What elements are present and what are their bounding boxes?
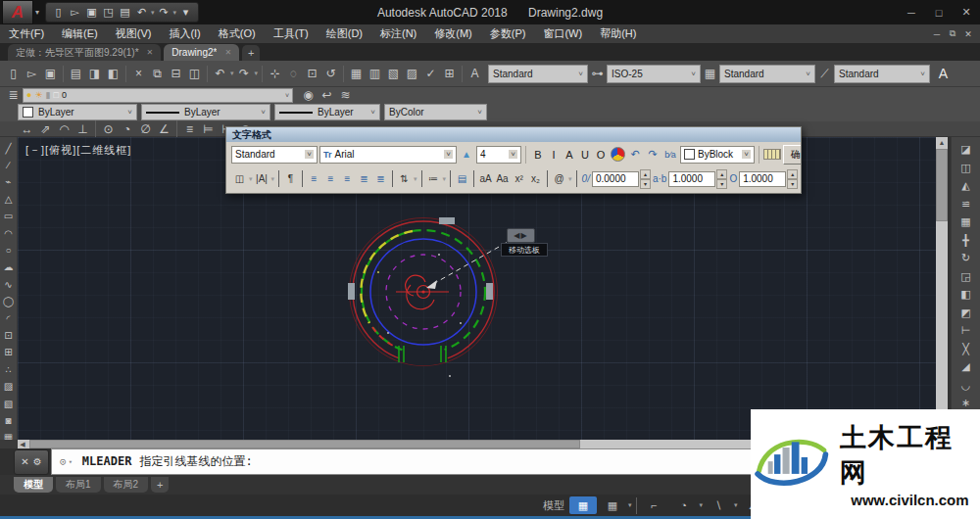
- tool-palettes-icon[interactable]: ▧: [384, 65, 403, 82]
- layer-states-icon[interactable]: ≋: [336, 86, 355, 104]
- dim-jogged-icon[interactable]: ◔: [118, 120, 136, 138]
- rotate-icon[interactable]: ↻: [956, 250, 977, 266]
- horizontal-scroll-thumb[interactable]: [29, 440, 580, 448]
- text-style-caret-icon[interactable]: ˅: [574, 70, 583, 78]
- dim-style-caret-icon[interactable]: ˅: [687, 70, 696, 78]
- dim-diameter-icon[interactable]: ∅: [136, 120, 155, 138]
- stack-icon[interactable]: b∕a: [662, 146, 678, 164]
- chamfer-icon[interactable]: ◢: [956, 358, 977, 375]
- menu-8[interactable]: 修改(M): [425, 24, 481, 43]
- recent-commands-icon[interactable]: ⊙: [60, 455, 67, 468]
- superscript-icon[interactable]: x²: [511, 170, 527, 188]
- tracking-field[interactable]: 1.0000: [668, 171, 715, 187]
- annotative-icon[interactable]: ▲: [459, 146, 474, 164]
- qat-undo-caret[interactable]: ▾: [151, 9, 155, 17]
- color-control-combo[interactable]: ByLayer˅: [18, 104, 137, 120]
- font-combo[interactable]: Tr Arial˅: [319, 146, 457, 164]
- layout-tab-布局2[interactable]: 布局2: [104, 477, 149, 493]
- oblique-spinner[interactable]: ▴▾: [640, 169, 651, 189]
- bold-icon[interactable]: B: [530, 146, 546, 164]
- lowercase-icon[interactable]: Aa: [494, 170, 511, 188]
- qat-redo-caret[interactable]: ▾: [173, 9, 177, 17]
- vertical-scroll-thumb[interactable]: [936, 149, 948, 221]
- mtext-style-caret-icon[interactable]: ˅: [305, 150, 314, 159]
- dim-angular-icon[interactable]: ∠: [155, 120, 173, 138]
- align-center-icon[interactable]: ≡: [322, 170, 339, 188]
- linetype-control-combo[interactable]: ByLayer˅: [141, 104, 270, 120]
- numbering-icon[interactable]: ≔: [425, 170, 442, 188]
- lineweight-control-caret-icon[interactable]: ˅: [366, 108, 375, 117]
- text-color-combo[interactable]: ByBlock˅: [680, 146, 755, 164]
- layout-tab-布局1[interactable]: 布局1: [56, 477, 101, 493]
- make-object-layer-current-icon[interactable]: ◉: [299, 86, 318, 104]
- window-maximize-icon[interactable]: □: [925, 2, 953, 24]
- editor-undo-icon[interactable]: ↶: [627, 146, 643, 164]
- markup-icon[interactable]: ✓: [421, 65, 440, 82]
- arc-icon[interactable]: ◠: [0, 225, 17, 241]
- menu-11[interactable]: 帮助(H): [591, 24, 645, 43]
- dim-arc-length-icon[interactable]: ◠: [55, 120, 74, 138]
- width-factor-field[interactable]: 1.0000: [739, 171, 786, 187]
- mleader-style-combo[interactable]: Standard˅: [834, 65, 930, 83]
- cut-icon[interactable]: ×: [129, 65, 148, 82]
- polar-tracking-icon[interactable]: ◔: [670, 496, 698, 514]
- zoom-realtime-icon[interactable]: ◌: [284, 65, 303, 82]
- rectangle-icon[interactable]: ▭: [0, 209, 17, 224]
- doc-restore-icon[interactable]: ⧉: [945, 26, 960, 41]
- circle-icon[interactable]: ○: [0, 242, 17, 258]
- viewport-controls[interactable]: [－][俯视][二维线框]: [25, 143, 131, 158]
- array-icon[interactable]: ▦: [956, 213, 977, 230]
- font-toggle-icon[interactable]: A: [562, 146, 577, 164]
- file-tab-0[interactable]: 定做：先导区平面图9.29(1)*✕: [8, 44, 161, 61]
- menu-0[interactable]: 文件(F): [0, 24, 53, 43]
- layout-tab-模型[interactable]: 模型: [14, 477, 53, 493]
- layer-combo-caret-icon[interactable]: ˅: [285, 92, 289, 99]
- isodraft-caret[interactable]: ▾: [734, 501, 738, 509]
- layer-on-bulb-icon[interactable]: ●: [26, 90, 31, 100]
- width-factor-spinner[interactable]: ▴▾: [787, 169, 798, 189]
- lineweight-control-combo[interactable]: ByLayer˅: [274, 104, 380, 120]
- model-space-button[interactable]: 模型: [540, 496, 567, 514]
- layer-color-swatch-icon[interactable]: □: [53, 90, 58, 100]
- symbol-caret[interactable]: ▾: [568, 175, 572, 183]
- text-height-combo[interactable]: 4˅: [476, 146, 521, 164]
- layer-lock-icon[interactable]: ▮: [46, 90, 51, 100]
- mleader-style-caret-icon[interactable]: ˅: [916, 70, 925, 78]
- point-icon[interactable]: ∴: [0, 361, 17, 377]
- break-icon[interactable]: ╳: [956, 341, 977, 357]
- subscript-icon[interactable]: x₂: [527, 170, 544, 188]
- oblique-angle-field[interactable]: 0.0000: [592, 171, 639, 187]
- ortho-mode-icon[interactable]: ⌐: [641, 496, 668, 514]
- qat-save-as-icon[interactable]: ◳: [100, 5, 117, 21]
- properties-icon[interactable]: ▦: [347, 65, 366, 82]
- menu-6[interactable]: 绘图(D): [318, 24, 371, 43]
- undo-icon[interactable]: ↶: [211, 65, 229, 82]
- dim-ordinate-icon[interactable]: ⊥: [74, 120, 92, 138]
- underline-icon[interactable]: U: [577, 146, 593, 164]
- window-close-icon[interactable]: ✕: [953, 2, 980, 24]
- uppercase-icon[interactable]: aA: [477, 170, 494, 188]
- file-tab-close-icon[interactable]: ✕: [147, 48, 154, 57]
- qat-new-file-icon[interactable]: ▯: [50, 5, 67, 21]
- match-properties-icon[interactable]: ◫: [185, 65, 204, 82]
- plot-style-control-combo[interactable]: ByColor˅: [384, 104, 487, 120]
- qat-plot-icon[interactable]: ▤: [117, 5, 133, 21]
- quick-calc-icon[interactable]: ⊞: [440, 65, 459, 82]
- leader-width-widget[interactable]: ◀▶: [507, 228, 535, 243]
- ruler-icon[interactable]: [763, 149, 781, 160]
- new-file-icon[interactable]: ▯: [4, 65, 23, 82]
- sheet-set-manager-icon[interactable]: ▨: [403, 65, 421, 82]
- menu-4[interactable]: 格式(O): [210, 24, 265, 43]
- table-style-caret-icon[interactable]: ˅: [802, 70, 810, 78]
- align-right-icon[interactable]: ≡: [339, 170, 356, 188]
- zoom-previous-icon[interactable]: ↺: [321, 65, 340, 82]
- menu-9[interactable]: 参数(P): [481, 24, 535, 43]
- menu-1[interactable]: 编辑(E): [53, 24, 107, 43]
- dim-quick-icon[interactable]: ≡: [180, 120, 199, 138]
- mleader-style-icon[interactable]: ⟋: [815, 65, 834, 82]
- polygon-icon[interactable]: △: [0, 191, 17, 207]
- text-color-caret-icon[interactable]: ˅: [742, 150, 751, 159]
- menu-5[interactable]: 工具(T): [265, 24, 318, 43]
- layer-combo[interactable]: ●☀▮□ 0 ˅: [23, 88, 293, 103]
- ok-button[interactable]: 确定: [783, 145, 801, 165]
